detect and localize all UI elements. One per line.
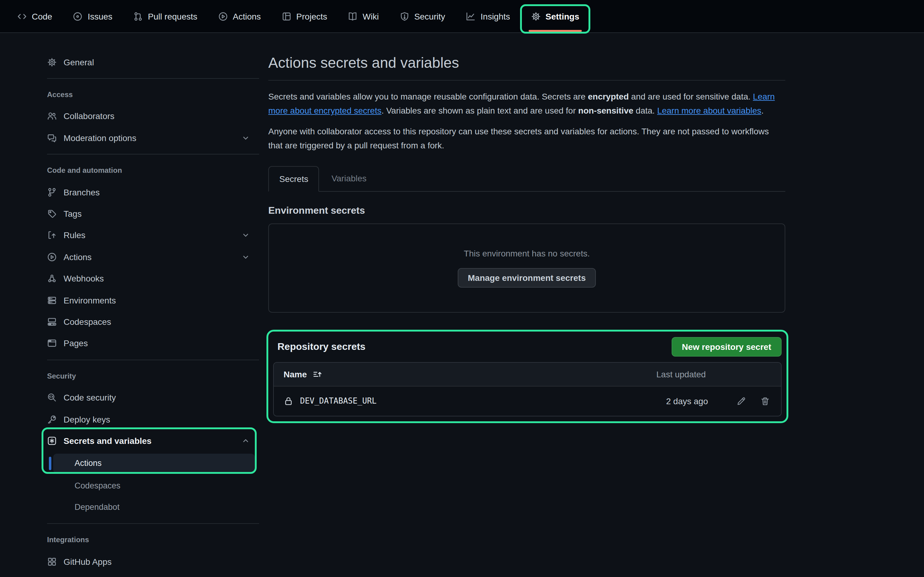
- codespaces-icon: [47, 317, 57, 327]
- sidebar-item-tags[interactable]: Tags: [47, 203, 259, 225]
- sidebar-item-code-security[interactable]: Code security: [47, 387, 259, 408]
- sidebar-item-codespaces[interactable]: Codespaces: [47, 311, 259, 333]
- tab-label: Settings: [545, 11, 579, 21]
- sidebar-subitem-codespaces[interactable]: Codespaces: [47, 475, 259, 496]
- sidebar-item-label: Pages: [63, 338, 88, 348]
- sidebar-item-environments[interactable]: Environments: [47, 289, 259, 311]
- intro-paragraph: Secrets and variables allow you to manag…: [268, 90, 785, 118]
- sidebar-item-github-apps[interactable]: GitHub Apps: [47, 551, 259, 572]
- gear-icon: [47, 57, 57, 67]
- environment-secrets-panel: This environment has no secrets. Manage …: [268, 223, 785, 312]
- sidebar-subitem-actions-selected[interactable]: Actions: [53, 453, 255, 473]
- play-icon: [47, 252, 57, 262]
- key-asterisk-icon: [47, 436, 57, 446]
- webhook-icon: [47, 274, 57, 283]
- environment-empty-text: This environment has no secrets.: [464, 248, 590, 258]
- shield-icon: [400, 11, 409, 21]
- secret-name-cell: DEV_DATABASE_URL: [284, 396, 376, 406]
- sidebar-item-actions[interactable]: Actions: [47, 246, 259, 268]
- secret-name: DEV_DATABASE_URL: [300, 396, 376, 405]
- sidebar-item-label: General: [63, 57, 94, 67]
- sidebar-item-rules[interactable]: Rules: [47, 224, 259, 246]
- intro-text: .: [761, 106, 764, 116]
- sidebar-item-label: Branches: [63, 187, 100, 197]
- intro-bold-encrypted: encrypted: [588, 92, 629, 102]
- settings-sidebar: General Access Collaborators Moderation …: [47, 33, 259, 577]
- main-content: Actions secrets and variables Secrets an…: [268, 33, 785, 423]
- sidebar-item-label: Tags: [63, 209, 82, 219]
- sidebar-item-moderation-options[interactable]: Moderation options: [47, 127, 259, 149]
- tab-label: Wiki: [363, 11, 379, 21]
- git-branch-icon: [47, 187, 57, 197]
- annotation-box-repository-secrets: Repository secrets New repository secret…: [267, 329, 788, 423]
- delete-trash-icon[interactable]: [760, 396, 770, 406]
- chevron-down-icon: [241, 230, 250, 240]
- intro-text: and are used for sensitive data.: [629, 92, 753, 102]
- key-icon: [47, 414, 57, 424]
- sidebar-item-general[interactable]: General: [47, 51, 259, 73]
- new-repository-secret-button[interactable]: New repository secret: [671, 337, 782, 356]
- intro-text: Secrets and variables allow you to manag…: [268, 92, 588, 102]
- sidebar-subitem-label: Codespaces: [74, 481, 120, 490]
- chevron-down-icon: [241, 252, 250, 262]
- tab-variables[interactable]: Variables: [319, 166, 379, 191]
- git-pull-request-icon: [133, 11, 143, 21]
- secret-table-row: DEV_DATABASE_URL 2 days ago: [274, 386, 781, 416]
- tab-settings[interactable]: Settings: [526, 0, 584, 32]
- repository-secrets-heading: Repository secrets: [278, 341, 365, 352]
- tab-secrets[interactable]: Secrets: [268, 166, 319, 192]
- name-column-header: Name: [284, 369, 307, 379]
- book-icon: [348, 11, 358, 21]
- selected-accent-bar: [49, 456, 51, 470]
- people-icon: [47, 111, 57, 121]
- intro-text: data.: [633, 106, 657, 116]
- environment-secrets-heading: Environment secrets: [268, 205, 785, 216]
- intro-text: . Variables are shown as plain text and …: [381, 106, 578, 116]
- sidebar-item-label: Environments: [63, 295, 116, 305]
- name-column-sort-control[interactable]: Name: [284, 369, 322, 379]
- tab-insights[interactable]: Insights: [461, 0, 515, 32]
- active-tab-underline: [528, 30, 582, 32]
- link-variables[interactable]: Learn more about variables: [657, 106, 761, 116]
- tab-security[interactable]: Security: [395, 0, 450, 32]
- play-icon: [218, 11, 228, 21]
- sidebar-item-email-notifications[interactable]: Email notifications: [47, 572, 259, 577]
- intro-bold-non-sensitive: non-sensitive: [578, 106, 633, 116]
- sidebar-item-secrets-and-variables[interactable]: Secrets and variables: [47, 430, 259, 452]
- tab-label: Projects: [296, 11, 327, 21]
- sidebar-item-label: Collaborators: [63, 111, 115, 121]
- tab-actions[interactable]: Actions: [213, 0, 266, 32]
- sidebar-subitem-dependabot[interactable]: Dependabot: [47, 496, 259, 518]
- tab-projects[interactable]: Projects: [277, 0, 332, 32]
- tab-label: Pull requests: [148, 11, 197, 21]
- github-settings-page: Code Issues Pull requests Actions Projec…: [0, 0, 924, 577]
- repository-secrets-table: Name Last updated DEV_DATABASE_URL 2 day…: [273, 362, 782, 416]
- tab-code[interactable]: Code: [12, 0, 57, 32]
- sidebar-item-label: Deploy keys: [63, 414, 110, 424]
- tab-label: Security: [414, 11, 445, 21]
- tab-wiki[interactable]: Wiki: [343, 0, 384, 32]
- graph-icon: [466, 11, 476, 21]
- manage-environment-secrets-button[interactable]: Manage environment secrets: [457, 268, 596, 287]
- tab-label: Actions: [233, 11, 261, 21]
- sidebar-item-deploy-keys[interactable]: Deploy keys: [47, 408, 259, 430]
- sidebar-item-pages[interactable]: Pages: [47, 332, 259, 354]
- secrets-variables-tabnav: Secrets Variables: [268, 166, 785, 192]
- table-header-row: Name Last updated: [274, 363, 781, 386]
- sidebar-subitem-label: Dependabot: [74, 503, 120, 512]
- sidebar-item-branches[interactable]: Branches: [47, 181, 259, 203]
- sidebar-divider: [47, 154, 259, 155]
- fork-notice-paragraph: Anyone with collaborator access to this …: [268, 124, 785, 153]
- edit-pencil-icon[interactable]: [737, 396, 746, 406]
- sidebar-item-label: Webhooks: [63, 274, 104, 283]
- sidebar-subitem-label: Actions: [74, 459, 102, 468]
- sidebar-section-code-and-automation: Code and automation: [47, 160, 259, 181]
- server-icon: [47, 295, 57, 305]
- tab-pull-requests[interactable]: Pull requests: [128, 0, 202, 32]
- codescan-icon: [47, 393, 57, 402]
- sidebar-item-label: Secrets and variables: [63, 436, 152, 446]
- sidebar-item-webhooks[interactable]: Webhooks: [47, 268, 259, 289]
- sidebar-item-collaborators[interactable]: Collaborators: [47, 106, 259, 127]
- sidebar-item-label: Codespaces: [63, 317, 111, 327]
- tab-issues[interactable]: Issues: [68, 0, 117, 32]
